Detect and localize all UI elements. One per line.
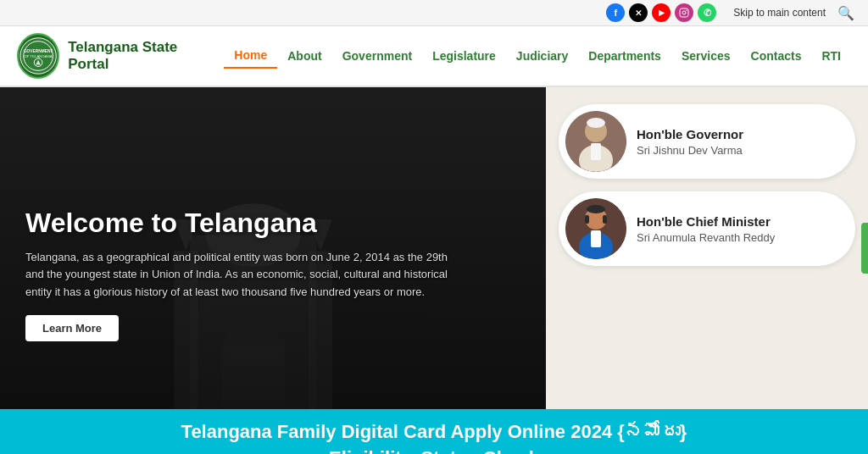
svg-text:OF TELANGANA: OF TELANGANA	[24, 54, 52, 58]
state-logo: GOVERNMENT OF TELANGANA	[17, 33, 59, 79]
svg-point-1	[682, 11, 686, 14]
cm-avatar	[565, 198, 626, 259]
hero-section: Welcome to Telangana Telangana, as a geo…	[0, 87, 546, 409]
governor-title: Hon'ble Governor	[637, 127, 743, 141]
youtube-icon[interactable]: ▶	[652, 3, 670, 22]
svg-rect-28	[591, 230, 601, 247]
main-content-area: Welcome to Telangana Telangana, as a geo…	[0, 87, 868, 409]
svg-rect-31	[603, 215, 607, 224]
cm-name: Sri Anumula Revanth Reddy	[637, 231, 775, 244]
nav-judiciary[interactable]: Judiciary	[506, 44, 578, 68]
officials-panel: Hon'ble Governor Sri Jishnu Dev Varma	[546, 87, 868, 409]
nav-home[interactable]: Home	[224, 43, 277, 69]
nav-departments[interactable]: Departments	[578, 44, 671, 68]
whatsapp-icon[interactable]: ✆	[698, 3, 716, 22]
scroll-indicator	[861, 223, 868, 274]
svg-point-2	[686, 10, 687, 12]
cm-info: Hon'ble Chief Minister Sri Anumula Revan…	[637, 214, 775, 244]
nav-government[interactable]: Government	[332, 44, 422, 68]
instagram-icon[interactable]	[675, 3, 693, 22]
site-header: GOVERNMENT OF TELANGANA Telangana State …	[0, 26, 868, 87]
governor-name: Sri Jishnu Dev Varma	[637, 144, 743, 157]
skip-to-main: Skip to main content	[733, 7, 826, 19]
hero-description: Telangana, as a geographical and politic…	[25, 249, 449, 302]
nav-rti[interactable]: RTI	[811, 44, 851, 68]
svg-point-24	[587, 118, 605, 128]
governor-avatar	[565, 111, 626, 172]
main-navigation: Home About Government Legislature Judici…	[224, 43, 851, 69]
cm-card: Hon'ble Chief Minister Sri Anumula Revan…	[559, 191, 855, 266]
search-icon[interactable]: 🔍	[837, 5, 854, 21]
facebook-icon[interactable]: f	[606, 3, 625, 22]
cm-title: Hon'ble Chief Minister	[637, 214, 775, 229]
governor-info: Hon'ble Governor Sri Jishnu Dev Varma	[637, 127, 743, 157]
nav-about[interactable]: About	[277, 44, 331, 68]
svg-text:GOVERNMENT: GOVERNMENT	[24, 49, 53, 53]
hero-content: Welcome to Telangana Telangana, as a geo…	[25, 208, 520, 341]
banner-line2: Eligibility, Status Check	[17, 446, 851, 454]
nav-services[interactable]: Services	[671, 44, 741, 68]
svg-rect-0	[680, 8, 688, 17]
nav-contacts[interactable]: Contacts	[741, 44, 812, 68]
logo-area: GOVERNMENT OF TELANGANA Telangana State …	[17, 33, 210, 79]
svg-point-29	[587, 205, 605, 213]
social-icons-group: f ✕ ▶ ✆	[606, 3, 716, 22]
governor-card: Hon'ble Governor Sri Jishnu Dev Varma	[559, 104, 855, 179]
learn-more-button[interactable]: Learn More	[25, 315, 119, 341]
banner-line1: Telangana Family Digital Card Apply Onli…	[17, 419, 851, 446]
hero-title: Welcome to Telangana	[25, 208, 520, 239]
svg-rect-30	[585, 215, 589, 224]
site-title: Telangana State Portal	[68, 39, 210, 74]
svg-rect-23	[591, 143, 601, 160]
bottom-banner: Telangana Family Digital Card Apply Onli…	[0, 409, 868, 454]
nav-legislature[interactable]: Legislature	[422, 44, 506, 68]
top-utility-bar: f ✕ ▶ ✆ Skip to main content 🔍	[0, 0, 868, 26]
twitter-icon[interactable]: ✕	[629, 3, 648, 22]
